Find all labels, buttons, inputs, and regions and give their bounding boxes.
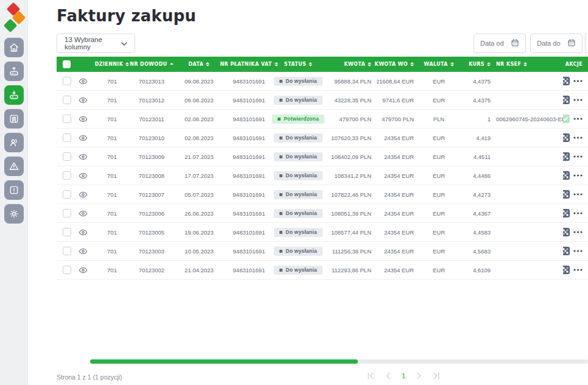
column-header-nr_platnika_vat[interactable]: NR PŁATNIKA VAT: [228, 62, 270, 67]
cell-kwota_wo: 24354 EUR: [377, 229, 419, 236]
cell-waluta: EUR: [419, 154, 458, 160]
horizontal-scrollbar-thumb[interactable]: [90, 359, 358, 364]
horizontal-scrollbar-track[interactable]: [90, 359, 588, 364]
row-menu-dots-icon[interactable]: [573, 118, 583, 120]
first-page-button[interactable]: [366, 372, 375, 380]
row-menu-dots-icon[interactable]: [573, 269, 583, 271]
row-checkbox[interactable]: [63, 190, 71, 199]
column-header-dziennik[interactable]: DZIENNIK: [91, 62, 133, 67]
eye-icon[interactable]: [79, 209, 88, 218]
sidebar-item-invoices-upload[interactable]: [4, 62, 24, 81]
columns-dropdown[interactable]: 13 Wybrane kolumny: [57, 34, 135, 53]
cell-text: 9483101691: [233, 172, 265, 179]
eye-icon[interactable]: [79, 115, 88, 124]
ksef-pending-icon[interactable]: [563, 228, 570, 236]
column-header-nr_dowodu[interactable]: NR DOWODU: [133, 62, 170, 67]
ksef-pending-icon[interactable]: [563, 209, 570, 217]
row-menu-dots-icon[interactable]: [573, 231, 583, 233]
sidebar-item-home[interactable]: [4, 38, 24, 57]
ksef-pending-icon[interactable]: [563, 133, 570, 142]
cell-text: 24354 EUR: [384, 135, 414, 141]
cell-text: EUR: [433, 154, 445, 160]
cell-text: 108402,09 PLN: [331, 154, 371, 160]
cell-akcje: [563, 152, 588, 161]
app-logo: [2, 2, 27, 35]
row-menu-dots-icon[interactable]: [573, 174, 583, 177]
cell-text: 479700 PLN: [339, 116, 371, 122]
row-menu-dots-icon[interactable]: [573, 80, 583, 82]
row-checkbox[interactable]: [63, 96, 71, 104]
eye-icon[interactable]: [79, 266, 88, 275]
table-row: 7017012301309.08.20239483101691Do wysłan…: [57, 72, 588, 91]
calendar-icon: [567, 38, 576, 48]
cell-akcje: [563, 133, 588, 142]
row-menu-dots-icon[interactable]: [573, 212, 583, 214]
cell-data: 02.08.2023: [170, 116, 228, 122]
ksef-confirmed-icon[interactable]: [563, 115, 570, 123]
cell-text: 02.08.2023: [184, 116, 214, 122]
ksef-pending-icon[interactable]: [563, 171, 570, 180]
last-page-button[interactable]: [432, 372, 441, 380]
eye-icon[interactable]: [79, 96, 88, 105]
cell-kwota: 43228,35 PLN: [327, 97, 377, 104]
row-menu-dots-icon[interactable]: [573, 136, 583, 139]
eye-icon[interactable]: [79, 152, 88, 161]
cell-nr_dowodu: 70123002: [133, 267, 170, 274]
cell-nr_platnika_vat: 9483101691: [228, 210, 270, 217]
sidebar-item-notifications[interactable]: [4, 180, 24, 200]
cell-status: Do wysłania: [270, 247, 327, 256]
row-checkbox[interactable]: [63, 77, 71, 85]
column-header-nr_ksef[interactable]: NR KSEF: [496, 62, 563, 67]
table-row: 7017012301209.08.20239483101691Do wysłan…: [57, 91, 588, 110]
eye-icon[interactable]: [79, 171, 88, 180]
row-checkbox[interactable]: [63, 115, 71, 123]
cell-text: 21.07.2023: [184, 154, 214, 160]
current-page-number[interactable]: 1: [402, 372, 405, 380]
row-menu-dots-icon[interactable]: [573, 250, 583, 252]
previous-page-button[interactable]: [384, 372, 393, 380]
date-to-input[interactable]: Data do: [530, 34, 583, 53]
date-extra-input-clipped[interactable]: [585, 34, 588, 53]
cell-status: Do wysłania: [270, 152, 327, 161]
row-menu-dots-icon[interactable]: [573, 155, 583, 158]
sidebar-item-documents[interactable]: [4, 109, 24, 129]
row-checkbox[interactable]: [63, 133, 71, 142]
ksef-pending-icon[interactable]: [563, 190, 570, 199]
row-menu-dots-icon[interactable]: [573, 99, 583, 101]
cell-akcje: [563, 96, 588, 104]
column-header-label: NR DOWODU: [130, 62, 167, 67]
column-header-kwota_wo[interactable]: KWOTA WO: [377, 62, 419, 67]
ksef-pending-icon[interactable]: [563, 77, 570, 85]
column-header-kurs[interactable]: KURS: [458, 62, 496, 67]
ksef-pending-icon[interactable]: [563, 152, 570, 161]
cell-nr_platnika_vat: 9483101691: [228, 116, 270, 122]
sidebar-item-settings[interactable]: [4, 204, 24, 224]
eye-icon[interactable]: [79, 77, 88, 86]
column-header-waluta[interactable]: WALUTA: [419, 62, 458, 67]
row-menu-dots-icon[interactable]: [573, 193, 583, 196]
sidebar-item-warnings[interactable]: [4, 157, 24, 176]
eye-icon[interactable]: [79, 133, 88, 143]
row-checkbox[interactable]: [63, 247, 71, 255]
ksef-pending-icon[interactable]: [563, 247, 570, 255]
column-header-status[interactable]: STATUS: [270, 62, 327, 67]
sidebar-item-invoices-download[interactable]: [4, 85, 24, 105]
select-all-checkbox[interactable]: [63, 60, 71, 68]
ksef-pending-icon[interactable]: [563, 96, 570, 104]
date-from-input[interactable]: Data od: [474, 34, 526, 53]
column-header-kwota[interactable]: KWOTA: [327, 62, 377, 67]
eye-icon[interactable]: [79, 228, 88, 237]
row-checkbox[interactable]: [63, 209, 71, 217]
ksef-pending-icon[interactable]: [563, 266, 570, 274]
row-checkbox[interactable]: [63, 152, 71, 161]
status-badge: Do wysłania: [274, 133, 322, 143]
cell-waluta: EUR: [419, 135, 458, 141]
next-page-button[interactable]: [415, 372, 423, 380]
eye-icon[interactable]: [79, 247, 88, 256]
row-checkbox[interactable]: [63, 171, 71, 180]
eye-icon[interactable]: [79, 190, 88, 199]
row-checkbox[interactable]: [63, 228, 71, 236]
row-checkbox[interactable]: [63, 266, 71, 274]
sidebar-item-contractors[interactable]: [4, 133, 24, 152]
cell-akcje: [563, 228, 588, 236]
